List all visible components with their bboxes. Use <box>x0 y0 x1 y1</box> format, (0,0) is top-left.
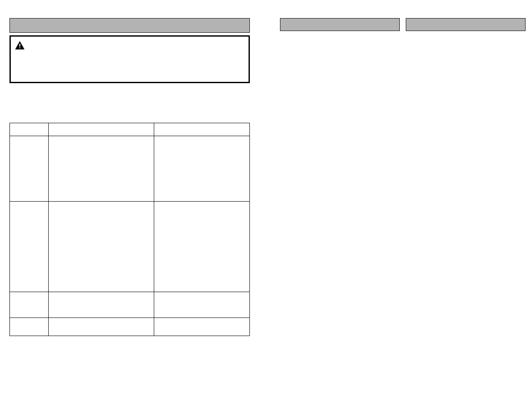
table-header-cell <box>154 123 249 136</box>
warning-triangle-icon <box>14 40 25 78</box>
warning-callout <box>9 35 250 83</box>
table-cell <box>154 292 249 318</box>
table-cell <box>10 136 49 202</box>
section-header-bar-right-b <box>406 18 526 31</box>
table-row <box>10 318 250 336</box>
document-page <box>0 0 532 411</box>
table-cell <box>10 292 49 318</box>
table-cell <box>10 202 49 292</box>
table-cell <box>49 292 154 318</box>
table-cell <box>49 136 154 202</box>
table-header-cell <box>49 123 154 136</box>
right-column-b <box>406 18 526 402</box>
table-row <box>10 202 250 292</box>
intro-paragraph <box>9 83 250 123</box>
table-row <box>10 136 250 202</box>
table-cell <box>49 202 154 292</box>
table-header-row <box>10 123 250 136</box>
maintenance-schedule-table <box>9 123 250 336</box>
table-cell <box>49 318 154 336</box>
table-row <box>10 292 250 318</box>
section-header-bar-right-a <box>280 18 400 31</box>
table-cell <box>154 318 249 336</box>
svg-rect-1 <box>19 47 20 48</box>
svg-rect-0 <box>19 44 20 47</box>
left-column <box>9 18 250 402</box>
section-header-bar-left <box>9 18 250 33</box>
table-cell <box>154 136 249 202</box>
right-columns <box>280 18 526 402</box>
table-cell <box>10 318 49 336</box>
right-column-a <box>280 18 400 402</box>
table-cell <box>154 202 249 292</box>
table-header-cell <box>10 123 49 136</box>
